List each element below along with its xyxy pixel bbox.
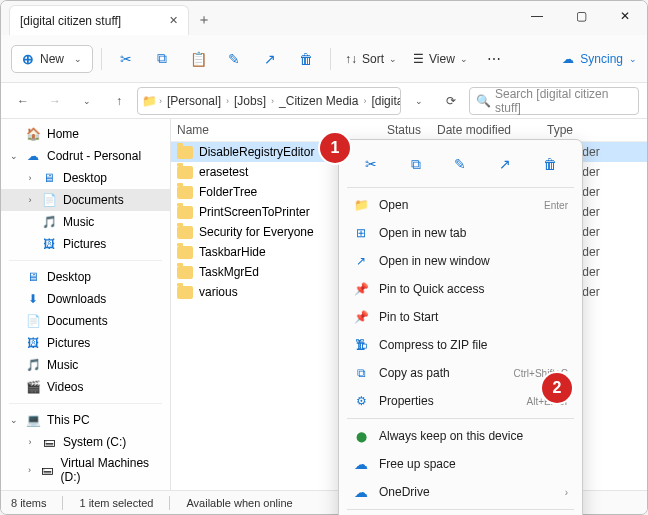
status-availability: Available when online xyxy=(186,497,292,509)
copy-icon[interactable]: ⧉ xyxy=(402,150,430,178)
menu-item[interactable]: ☁Free up space xyxy=(339,450,582,478)
sidebar-drive-d[interactable]: ›🖴Virtual Machines (D:) xyxy=(1,453,170,487)
folder-icon xyxy=(177,266,193,279)
sidebar-item-documents[interactable]: ›📄Documents xyxy=(1,189,170,211)
sidebar-item-music[interactable]: 🎵Music xyxy=(1,211,170,233)
navbar: ← → ⌄ ↑ 📁 › [Personal]› [Jobs]› _Citizen… xyxy=(1,83,647,119)
delete-icon[interactable]: 🗑 xyxy=(536,150,564,178)
share-icon[interactable]: ↗ xyxy=(254,43,286,75)
pictures-icon: 🖼 xyxy=(41,236,57,252)
pictures-icon: 🖼 xyxy=(25,335,41,351)
file-name: TaskbarHide xyxy=(199,245,266,259)
breadcrumb-expand[interactable]: ⌄ xyxy=(405,87,433,115)
sidebar-quick-videos[interactable]: 🎬Videos xyxy=(1,376,170,398)
drive-icon: 🖴 xyxy=(41,434,57,450)
view-button[interactable]: ☰ View ⌄ xyxy=(407,48,474,70)
sidebar: 🏠Home ⌄☁Codrut - Personal ›🖥Desktop ›📄Do… xyxy=(1,119,171,490)
chevron-down-icon: ⌄ xyxy=(74,54,82,64)
search-icon: 🔍 xyxy=(476,94,491,108)
chevron-down-icon[interactable]: ⌄ xyxy=(9,415,19,425)
toolbar: ⊕ New ⌄ ✂ ⧉ 📋 ✎ ↗ 🗑 ↑↓ Sort ⌄ ☰ View ⌄ ⋯… xyxy=(1,35,647,83)
close-button[interactable]: ✕ xyxy=(603,1,647,31)
home-icon: 🏠 xyxy=(25,126,41,142)
cloud-icon: ☁ xyxy=(25,148,41,164)
folder-icon xyxy=(177,166,193,179)
menu-icon: ⧉ xyxy=(353,365,369,381)
menu-item[interactable]: 📁OpenEnter xyxy=(339,191,582,219)
chevron-right-icon[interactable]: › xyxy=(25,173,35,183)
up-button[interactable]: ↑ xyxy=(105,87,133,115)
sidebar-quick-documents[interactable]: 📄Documents xyxy=(1,310,170,332)
sidebar-thispc[interactable]: ⌄💻This PC xyxy=(1,409,170,431)
menu-item[interactable]: 📌Pin to Start xyxy=(339,303,582,331)
col-status[interactable]: Status xyxy=(387,123,437,137)
file-name: TaskMgrEd xyxy=(199,265,259,279)
menu-item[interactable]: ↗Open in new window xyxy=(339,247,582,275)
menu-item[interactable]: ⬤Always keep on this device xyxy=(339,422,582,450)
close-tab-icon[interactable]: ✕ xyxy=(169,14,178,27)
folder-icon xyxy=(177,146,193,159)
menu-item[interactable]: ☁OneDrive› xyxy=(339,478,582,506)
tab-active[interactable]: [digital citizen stuff] ✕ xyxy=(9,5,189,35)
search-input[interactable]: 🔍 Search [digital citizen stuff] xyxy=(469,87,639,115)
rename-icon[interactable]: ✎ xyxy=(446,150,474,178)
callout-1: 1 xyxy=(320,133,350,163)
file-name: erasetest xyxy=(199,165,248,179)
maximize-button[interactable]: ▢ xyxy=(559,1,603,31)
share-icon[interactable]: ↗ xyxy=(491,150,519,178)
context-menu: ✂ ⧉ ✎ ↗ 🗑 📁OpenEnter⊞Open in new tab↗Ope… xyxy=(338,139,583,515)
videos-icon: 🎬 xyxy=(25,379,41,395)
chevron-down-icon[interactable]: ⌄ xyxy=(9,151,19,161)
plus-icon: ⊕ xyxy=(22,51,34,67)
delete-icon[interactable]: 🗑 xyxy=(290,43,322,75)
menu-icon: ↗ xyxy=(353,253,369,269)
col-name[interactable]: Name xyxy=(177,123,387,137)
back-button[interactable]: ← xyxy=(9,87,37,115)
sort-button[interactable]: ↑↓ Sort ⌄ xyxy=(339,48,403,70)
rename-icon[interactable]: ✎ xyxy=(218,43,250,75)
file-name: DisableRegistryEditor xyxy=(199,145,314,159)
new-button[interactable]: ⊕ New ⌄ xyxy=(11,45,93,73)
chevron-down-icon: ⌄ xyxy=(460,54,468,64)
folder-icon xyxy=(177,246,193,259)
chevron-right-icon[interactable]: › xyxy=(25,437,35,447)
cloud-icon: ⬤ xyxy=(353,428,369,444)
breadcrumb[interactable]: 📁 › [Personal]› [Jobs]› _Citizen Media› … xyxy=(137,87,401,115)
forward-button: → xyxy=(41,87,69,115)
sidebar-quick-downloads[interactable]: ⬇Downloads xyxy=(1,288,170,310)
cloud-sync-icon: ☁ xyxy=(562,52,574,66)
sidebar-quick-music[interactable]: 🎵Music xyxy=(1,354,170,376)
sidebar-onedrive[interactable]: ⌄☁Codrut - Personal xyxy=(1,145,170,167)
documents-icon: 📄 xyxy=(25,313,41,329)
menu-item[interactable]: ⊞Open in new tab xyxy=(339,219,582,247)
col-type[interactable]: Type xyxy=(547,123,617,137)
new-tab-button[interactable]: ＋ xyxy=(189,5,219,35)
recent-button[interactable]: ⌄ xyxy=(73,87,101,115)
sidebar-drive-c[interactable]: ›🖴System (C:) xyxy=(1,431,170,453)
pc-icon: 💻 xyxy=(25,412,41,428)
menu-item[interactable]: 🗜Compress to ZIP file xyxy=(339,331,582,359)
sidebar-quick-desktop[interactable]: 🖥Desktop xyxy=(1,266,170,288)
cut-icon[interactable]: ✂ xyxy=(357,150,385,178)
sidebar-item-desktop[interactable]: ›🖥Desktop xyxy=(1,167,170,189)
copy-icon[interactable]: ⧉ xyxy=(146,43,178,75)
sidebar-quick-pictures[interactable]: 🖼Pictures xyxy=(1,332,170,354)
menu-item[interactable]: 📌Pin to Quick access xyxy=(339,275,582,303)
sidebar-item-home[interactable]: 🏠Home xyxy=(1,123,170,145)
cloud-icon: ☁ xyxy=(353,484,369,500)
folder-icon xyxy=(177,206,193,219)
file-name: PrintScreenToPrinter xyxy=(199,205,310,219)
more-button[interactable]: ⋯ xyxy=(478,43,510,75)
status-selected: 1 item selected xyxy=(79,497,153,509)
desktop-icon: 🖥 xyxy=(25,269,41,285)
col-date[interactable]: Date modified xyxy=(437,123,547,137)
menu-icon: ⊞ xyxy=(353,225,369,241)
minimize-button[interactable]: — xyxy=(515,1,559,31)
chevron-right-icon[interactable]: › xyxy=(25,465,34,475)
sync-status[interactable]: ☁ Syncing ⌄ xyxy=(562,52,637,66)
sidebar-item-pictures[interactable]: 🖼Pictures xyxy=(1,233,170,255)
chevron-right-icon[interactable]: › xyxy=(25,195,35,205)
cut-icon[interactable]: ✂ xyxy=(110,43,142,75)
refresh-button[interactable]: ⟳ xyxy=(437,87,465,115)
folder-icon xyxy=(177,226,193,239)
